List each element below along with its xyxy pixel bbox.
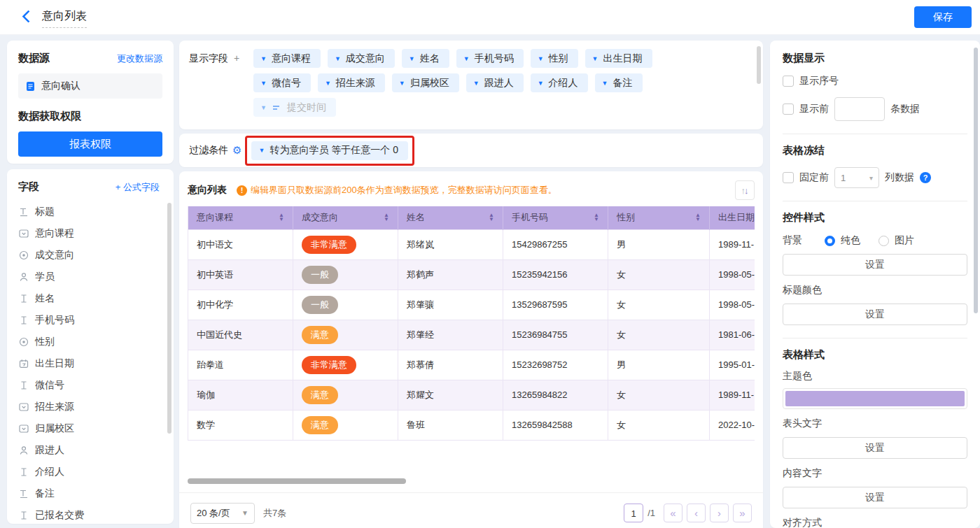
solid-color-radio[interactable] — [825, 236, 835, 246]
content-text-set-button[interactable]: 设置 — [783, 487, 967, 508]
field-item[interactable]: 标题 — [18, 201, 167, 222]
first-page-button[interactable]: « — [664, 504, 682, 522]
display-fields-scrollbar[interactable] — [757, 46, 761, 84]
display-field-chip[interactable]: ▼姓名 — [402, 49, 449, 68]
field-item[interactable]: 性别 — [18, 331, 167, 352]
divider — [783, 338, 967, 338]
divider — [783, 201, 967, 201]
cell-gender: 男 — [608, 229, 710, 259]
field-item[interactable]: 意向课程 — [18, 222, 167, 244]
help-icon[interactable]: ? — [920, 172, 931, 183]
chevron-down-icon: ▼ — [602, 80, 608, 87]
display-field-chip[interactable]: ▼跟进人 — [466, 73, 524, 92]
freeze-checkbox[interactable] — [783, 172, 794, 183]
title-color-set-button[interactable]: 设置 — [783, 304, 967, 325]
prev-page-button[interactable]: ‹ — [687, 504, 706, 522]
show-first-prefix: 显示前 — [799, 103, 829, 115]
display-field-chip[interactable]: ▼成交意向 — [328, 49, 395, 68]
horizontal-scrollbar[interactable] — [188, 478, 755, 484]
field-list: 标题意向课程成交意向学员姓名手机号码性别出生日期微信号招生来源归属校区跟进人介绍… — [18, 201, 167, 524]
display-field-chip[interactable]: ▼微信号 — [253, 73, 311, 92]
sort-arrows-icon[interactable]: ▲▼ — [695, 213, 701, 222]
gear-icon[interactable]: ⚙ — [232, 144, 241, 157]
fields-scrollbar[interactable] — [167, 203, 172, 434]
page-size-select[interactable]: 20 条/页▼ — [190, 503, 255, 524]
display-field-chip[interactable]: ▼介绍人 — [531, 73, 588, 92]
column-header[interactable]: 姓名▲▼ — [398, 206, 503, 229]
theme-color-swatch[interactable] — [783, 388, 967, 409]
selected-datasource[interactable]: 意向确认 — [18, 73, 162, 99]
display-field-chip-disabled[interactable]: ▼提交时间 — [253, 98, 336, 117]
chevron-down-icon: ▼ — [260, 80, 267, 87]
back-icon[interactable] — [20, 10, 34, 24]
column-header[interactable]: 出生日期▲▼ — [710, 206, 755, 229]
radio-icon — [18, 250, 29, 260]
chip-label: 姓名 — [420, 52, 440, 65]
image-radio[interactable] — [878, 236, 889, 246]
chevron-down-icon: ▼ — [473, 80, 479, 87]
column-header[interactable]: 成交意向▲▼ — [293, 206, 398, 229]
field-item[interactable]: 招生来源 — [18, 396, 167, 418]
field-item[interactable]: 已报名交费 — [18, 504, 167, 524]
next-page-button[interactable]: › — [710, 504, 729, 522]
change-datasource-link[interactable]: 更改数据源 — [117, 52, 162, 65]
show-first-count-input[interactable] — [834, 97, 885, 121]
chevron-down-icon: ▼ — [538, 55, 544, 62]
cell-intent: 一般 — [293, 290, 398, 320]
settings-scrollbar[interactable] — [974, 48, 978, 313]
table-card: 意向列表 ! 编辑界面只取数据源前200条作为查询数据预览，完整数据请访问页面查… — [179, 171, 763, 528]
display-field-chip[interactable]: ▼意向课程 — [253, 49, 321, 68]
save-button[interactable]: 保存 — [914, 6, 972, 28]
cell-phone: 13529687595 — [503, 290, 608, 320]
column-header[interactable]: 意向课程▲▼ — [188, 206, 293, 229]
field-item[interactable]: 手机号码 — [18, 309, 167, 331]
chevron-down-icon: ▼ — [538, 80, 544, 87]
cell-course: 初中化学 — [188, 290, 293, 320]
filter-condition-chip[interactable]: ▼ 转为意向学员 等于任意一个 0 — [251, 141, 408, 160]
field-item[interactable]: 备注 — [18, 483, 167, 504]
field-item[interactable]: 成交意向 — [18, 244, 167, 266]
add-formula-field-link[interactable]: + 公式字段 — [115, 181, 160, 194]
show-index-checkbox[interactable] — [783, 76, 794, 87]
background-label: 背景 — [783, 234, 819, 247]
sort-arrows-icon[interactable]: ▲▼ — [279, 213, 284, 222]
background-set-button[interactable]: 设置 — [783, 254, 967, 276]
field-item[interactable]: 出生日期 — [18, 352, 167, 374]
page-number-input[interactable]: 1 — [624, 504, 643, 522]
display-field-chip[interactable]: ▼归属校区 — [392, 73, 459, 92]
report-permission-button[interactable]: 报表权限 — [18, 131, 162, 157]
add-display-field-button[interactable]: + — [234, 52, 239, 64]
field-item[interactable]: 介绍人 — [18, 461, 167, 483]
cell-gender: 男 — [608, 350, 710, 380]
chevron-down-icon: ▼ — [463, 55, 470, 62]
display-field-chip[interactable]: ▼招生来源 — [318, 73, 385, 92]
field-item[interactable]: 归属校区 — [18, 418, 167, 439]
datasource-card: 数据源 更改数据源 意向确认 数据获取权限 报表权限 — [7, 41, 174, 164]
show-first-checkbox[interactable] — [783, 104, 794, 115]
page-title[interactable]: 意向列表 — [42, 9, 87, 28]
last-page-button[interactable]: » — [733, 504, 752, 522]
sort-arrows-icon[interactable]: ▲▼ — [489, 213, 494, 222]
display-field-chip[interactable]: ▼性别 — [531, 49, 578, 68]
text-icon — [18, 510, 29, 520]
chip-label: 成交意向 — [346, 52, 385, 65]
sort-arrows-icon[interactable]: ▲▼ — [384, 213, 389, 222]
field-item[interactable]: 跟进人 — [18, 439, 167, 461]
field-item[interactable]: 姓名 — [18, 287, 167, 309]
header-text-set-button[interactable]: 设置 — [783, 437, 967, 459]
field-item-label: 学员 — [35, 271, 55, 283]
field-item[interactable]: 学员 — [18, 266, 167, 287]
field-item[interactable]: 微信号 — [18, 374, 167, 396]
display-field-chip[interactable]: ▼出生日期 — [585, 49, 652, 68]
display-field-chip[interactable]: ▼备注 — [595, 73, 643, 92]
column-header[interactable]: 性别▲▼ — [608, 206, 710, 229]
display-field-chip[interactable]: ▼手机号码 — [456, 49, 524, 68]
sort-arrows-icon[interactable]: ▲▼ — [594, 213, 599, 222]
column-header-label: 姓名 — [407, 211, 425, 224]
chevron-down-icon: ▼ — [335, 55, 341, 62]
data-display-title: 数据显示 — [783, 52, 967, 65]
display-field-chips: ▼意向课程▼成交意向▼姓名▼手机号码▼性别▼出生日期▼微信号▼招生来源▼归属校区… — [253, 49, 753, 122]
sort-order-button[interactable]: ↑↓ — [735, 180, 755, 200]
freeze-count-select[interactable]: 1▾ — [834, 167, 879, 188]
column-header[interactable]: 手机号码▲▼ — [503, 206, 608, 229]
